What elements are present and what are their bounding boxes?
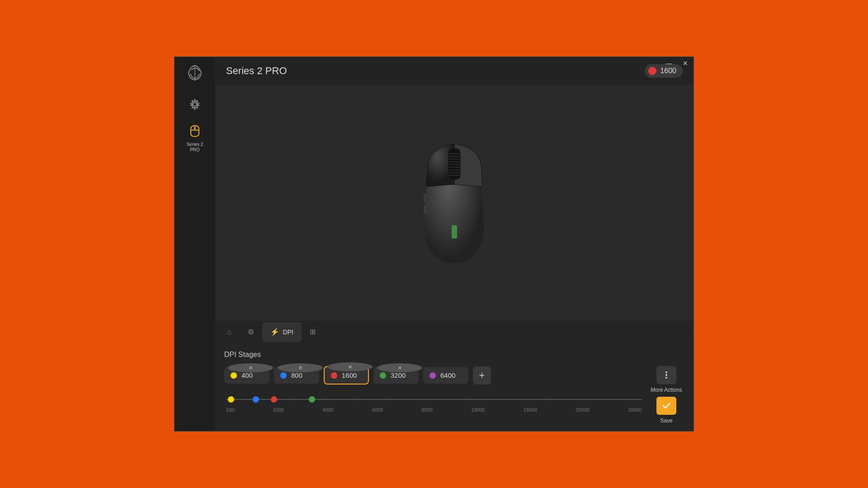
- slider-dot-3200[interactable]: [309, 396, 315, 403]
- slider-label-2000: 2000: [273, 407, 284, 413]
- bottom-row: 400 ✕ 800 ✕: [224, 366, 684, 424]
- slider-area: 100 2000 4000 6000 8000 10000 15000 2000…: [224, 393, 644, 413]
- gear-icon: [189, 99, 201, 113]
- more-actions-panel: More Actions: [648, 366, 684, 393]
- more-actions-label: More Actions: [651, 387, 682, 393]
- slider-label-8000: 8000: [421, 407, 432, 413]
- dpi-color-dot: [648, 67, 656, 75]
- slider-label-4000: 4000: [322, 407, 333, 413]
- mouse-illustration: [414, 135, 495, 270]
- tick-15000: [466, 398, 467, 401]
- stage-close-3[interactable]: ✕: [327, 362, 373, 371]
- app-logo: [184, 61, 206, 84]
- slider-label-6000: 6000: [372, 407, 383, 413]
- stage-value-2: 800: [291, 371, 307, 379]
- tab-dpi-label: DPI: [283, 328, 293, 336]
- stage-dot-3: [331, 372, 337, 379]
- tick-8000: [354, 398, 354, 401]
- tab-dpi[interactable]: ⚡ DPI: [262, 322, 302, 342]
- stage-value-5: 6400: [440, 371, 457, 379]
- save-label: Save: [660, 418, 672, 424]
- svg-rect-16: [452, 225, 457, 239]
- stage-value-3: 1600: [342, 371, 358, 379]
- stages-and-slider: 400 ✕ 800 ✕: [224, 366, 644, 413]
- slider-track: [226, 399, 642, 400]
- slider-dot-1600[interactable]: [271, 396, 277, 403]
- add-stage-button[interactable]: +: [473, 366, 491, 385]
- stage-dot-5: [429, 372, 436, 379]
- sidebar-device-label: Series 2PRO: [187, 142, 203, 153]
- slider-track-container: [226, 393, 642, 406]
- more-actions-dots-icon: [662, 371, 671, 380]
- svg-rect-17: [424, 193, 427, 202]
- save-button-container: Save: [656, 397, 676, 424]
- title-bar: — ✕: [661, 57, 693, 70]
- more-actions-button[interactable]: [656, 366, 676, 384]
- logo-icon: [185, 63, 205, 83]
- svg-point-20: [665, 374, 667, 376]
- stage-dot-1: [231, 372, 237, 379]
- sidebar-item-device[interactable]: Series 2PRO: [179, 125, 211, 152]
- stage-dot-2: [280, 372, 287, 379]
- tick-10000: [386, 398, 387, 401]
- close-button[interactable]: ✕: [677, 57, 693, 70]
- device-header: Series 2 PRO 1600: [215, 57, 693, 85]
- tab-performance[interactable]: ⚙: [240, 322, 262, 342]
- slider-label-15000: 15000: [524, 407, 538, 413]
- mouse-preview: [215, 85, 693, 320]
- stage-dot-4: [380, 372, 386, 379]
- stage-value-4: 3200: [391, 371, 407, 379]
- slider-label-20000: 20000: [576, 407, 590, 413]
- tab-bar: ⌂ ⚙ ⚡ DPI ⊞: [215, 320, 693, 343]
- dpi-stage-5[interactable]: 6400: [423, 367, 468, 384]
- slider-dot-400[interactable]: [228, 396, 234, 403]
- app-window: — ✕: [174, 56, 694, 432]
- stage-close-4[interactable]: ✕: [377, 363, 422, 372]
- slider-dot-800[interactable]: [253, 396, 259, 403]
- right-actions: More Actions Save: [648, 366, 684, 424]
- slider-label-100: 100: [226, 407, 234, 413]
- svg-point-4: [194, 127, 196, 129]
- stage-close-1[interactable]: ✕: [228, 363, 273, 372]
- tick-6000: [322, 398, 323, 401]
- slider-label-10000: 10000: [471, 407, 485, 413]
- home-icon: ⌂: [227, 328, 231, 336]
- sidebar-item-settings[interactable]: [179, 93, 211, 120]
- dpi-stages-header: DPI Stages: [224, 351, 684, 359]
- save-button[interactable]: [656, 397, 676, 415]
- dpi-lightning-icon: ⚡: [270, 328, 279, 336]
- tab-layout[interactable]: ⊞: [302, 322, 324, 342]
- svg-rect-18: [424, 205, 427, 214]
- dpi-panel: DPI Stages 400 ✕: [215, 343, 693, 431]
- layout-icon: ⊞: [310, 328, 316, 336]
- tab-home[interactable]: ⌂: [219, 322, 240, 342]
- tick-20000: [546, 398, 546, 401]
- mouse-icon: [189, 124, 201, 140]
- tick-4000: [290, 398, 291, 401]
- svg-point-21: [665, 377, 667, 379]
- main-layout: Series 2PRO Series 2 PRO 1600: [175, 57, 693, 431]
- sidebar: Series 2PRO: [175, 57, 215, 431]
- performance-icon: ⚙: [248, 328, 254, 336]
- stage-close-2[interactable]: ✕: [278, 363, 323, 372]
- checkmark-icon: [662, 402, 670, 410]
- content-area: Series 2 PRO 1600: [215, 57, 693, 431]
- slider-label-26000: 26000: [628, 407, 642, 413]
- device-title: Series 2 PRO: [226, 65, 287, 77]
- slider-labels: 100 2000 4000 6000 8000 10000 15000 2000…: [226, 407, 642, 413]
- minimize-button[interactable]: —: [661, 57, 677, 70]
- svg-point-19: [665, 371, 667, 373]
- stage-value-1: 400: [241, 371, 258, 379]
- dpi-stages-row: 400 ✕ 800 ✕: [224, 366, 644, 385]
